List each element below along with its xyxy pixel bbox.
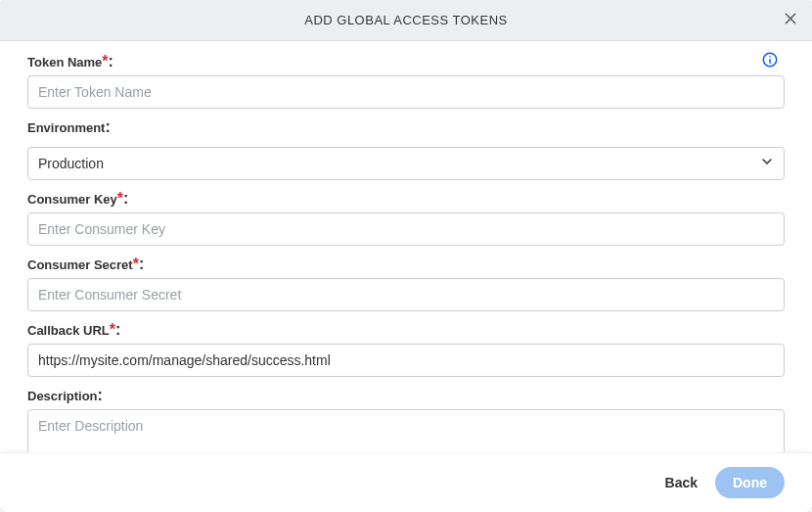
dialog-header: ADD GLOBAL ACCESS TOKENS <box>0 0 812 41</box>
environment-select-wrap: Production <box>27 147 785 180</box>
dialog-title: ADD GLOBAL ACCESS TOKENS <box>304 13 508 27</box>
close-icon <box>783 11 798 30</box>
label-colon: : <box>123 190 128 207</box>
done-button[interactable]: Done <box>715 467 785 498</box>
description-group: Description: <box>27 387 785 452</box>
consumer-secret-label: Consumer Secret <box>27 257 133 272</box>
svg-point-4 <box>769 56 771 58</box>
callback-url-group: Callback URL*: <box>27 321 785 377</box>
token-name-label: Token Name <box>27 55 102 70</box>
label-colon: : <box>98 387 103 403</box>
label-colon: : <box>139 256 144 272</box>
consumer-secret-input[interactable] <box>27 278 785 311</box>
consumer-key-label: Consumer Key <box>27 192 117 207</box>
back-button[interactable]: Back <box>665 475 698 490</box>
description-label: Description <box>27 389 98 403</box>
callback-url-input[interactable] <box>27 344 785 377</box>
consumer-key-input[interactable] <box>27 212 785 246</box>
add-global-access-tokens-dialog: ADD GLOBAL ACCESS TOKENS Token Name* <box>0 0 812 512</box>
close-button[interactable] <box>779 9 802 32</box>
consumer-secret-group: Consumer Secret*: <box>27 256 785 311</box>
environment-label: Environment <box>27 120 105 135</box>
dialog-footer: Back Done <box>0 452 812 512</box>
token-name-input[interactable] <box>27 75 785 109</box>
info-icon <box>761 55 779 71</box>
label-colon: : <box>109 53 113 70</box>
callback-url-label: Callback URL <box>27 323 110 338</box>
environment-group: Environment: Production <box>27 118 785 180</box>
token-name-group: Token Name*: <box>27 53 785 109</box>
dialog-body[interactable]: Token Name*: Environment: Production Con… <box>0 41 812 452</box>
environment-select[interactable]: Production <box>27 147 785 180</box>
label-colon: : <box>115 321 120 338</box>
info-button[interactable] <box>761 51 779 69</box>
label-colon: : <box>105 118 110 135</box>
consumer-key-group: Consumer Key*: <box>27 190 785 246</box>
description-textarea[interactable] <box>27 409 785 452</box>
